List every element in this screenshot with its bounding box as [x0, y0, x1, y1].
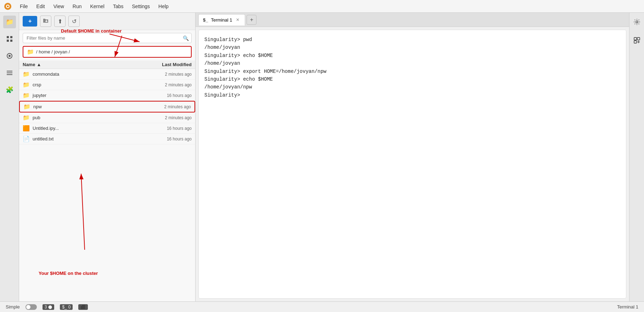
column-name[interactable]: Name ▲	[23, 62, 139, 67]
search-input[interactable]	[23, 33, 192, 43]
kernel-count-badge[interactable]: 3 ⬤	[43, 304, 55, 310]
list-item[interactable]: 🟧 Untitled.ipy... 16 hours ago	[19, 123, 195, 134]
terminal-count: 0	[68, 305, 71, 310]
svg-rect-6	[10, 40, 12, 42]
svg-point-18	[636, 21, 638, 23]
terminal-icon: $_	[203, 17, 208, 23]
file-name: npw	[33, 104, 145, 109]
sidebar-item-running[interactable]	[3, 50, 16, 62]
toggle-track[interactable]	[26, 304, 37, 310]
settings-gear-icon[interactable]	[631, 16, 643, 28]
svg-rect-13	[45, 21, 47, 22]
notebook-icon: 🟧	[23, 125, 30, 132]
list-item[interactable]: 📁 commondata 2 minutes ago	[19, 69, 195, 80]
file-name: jupyter	[33, 93, 146, 98]
cpu-badge[interactable]: ⬛	[78, 304, 88, 310]
list-item[interactable]: 📁 jupyter 16 hours ago	[19, 90, 195, 101]
kernel-count: 3	[45, 305, 47, 310]
file-list-header: Name ▲ Last Modified	[19, 60, 195, 69]
file-name: untitled.txt	[33, 136, 146, 141]
svg-rect-4	[10, 36, 12, 38]
svg-rect-19	[634, 37, 637, 40]
file-name: crsp	[33, 82, 146, 87]
folder-icon: 📁	[23, 103, 30, 110]
column-modified[interactable]: Last Modified	[139, 62, 192, 67]
menu-view[interactable]: View	[49, 2, 68, 11]
sort-icon: ▲	[36, 62, 41, 67]
new-tab-button[interactable]: +	[247, 15, 256, 25]
list-item-npw[interactable]: 📁 npw 2 minutes ago	[19, 101, 195, 112]
upload-button[interactable]: ⬆	[54, 16, 66, 27]
terminal-tabs: $_ Terminal 1 ✕ +	[196, 13, 629, 27]
cpu-icon: ⬛	[80, 305, 86, 310]
file-modified: 16 hours ago	[146, 93, 192, 98]
menu-run[interactable]: Run	[68, 2, 86, 11]
path-bar[interactable]: 📁 / home / jovyan /	[23, 46, 192, 58]
sidebar-item-extensions[interactable]: 🧩	[3, 83, 16, 96]
plus-icon: +	[28, 18, 32, 24]
main-layout: 📁 🧩 +	[0, 13, 644, 301]
svg-rect-20	[637, 37, 640, 40]
file-name: pub	[33, 115, 146, 120]
svg-point-8	[9, 55, 11, 57]
mode-label: Simple	[6, 304, 20, 310]
terminal-tab-1[interactable]: $_ Terminal 1 ✕	[198, 14, 245, 25]
terminal-count-badge[interactable]: $_ 0	[60, 304, 73, 310]
list-item[interactable]: 📄 untitled.txt 16 hours ago	[19, 134, 195, 144]
new-launcher-button[interactable]: +	[23, 16, 37, 27]
folder-icon: 📁	[23, 114, 30, 121]
refresh-button[interactable]: ↺	[68, 16, 80, 27]
menu-tabs[interactable]: Tabs	[109, 2, 128, 11]
search-icon: 🔍	[183, 35, 189, 41]
menu-file[interactable]: File	[16, 2, 32, 11]
text-file-icon: 📄	[23, 135, 30, 142]
file-modified: 2 minutes ago	[146, 82, 192, 87]
right-sidebar	[629, 13, 644, 301]
folder-plus-icon	[43, 18, 49, 25]
svg-rect-9	[7, 71, 12, 71]
file-modified: 16 hours ago	[146, 137, 192, 141]
folder-icon: 📁	[23, 92, 30, 99]
menu-help[interactable]: Help	[154, 2, 173, 11]
svg-rect-21	[634, 41, 637, 43]
menu-settings[interactable]: Settings	[128, 2, 154, 11]
terminal-content[interactable]: Singularity> pwd /home/jovyan Singularit…	[198, 30, 626, 299]
new-folder-button[interactable]	[40, 16, 51, 27]
list-item[interactable]: 📁 pub 2 minutes ago	[19, 112, 195, 123]
upload-icon: ⬆	[58, 18, 62, 25]
file-name: commondata	[33, 71, 146, 77]
app-logo	[1, 0, 14, 13]
statusbar: Simple 3 ⬤ $_ 0 ⬛ Terminal 1	[0, 301, 644, 312]
sidebar-item-grid[interactable]	[3, 33, 16, 45]
path-bar-text: / home / jovyan /	[36, 49, 70, 54]
menu-kernel[interactable]: Kernel	[86, 2, 108, 11]
terminal-close-button[interactable]: ✕	[235, 17, 241, 23]
terminal-status-icon: $_	[62, 305, 67, 310]
mode-toggle[interactable]	[26, 304, 37, 310]
extension-settings-icon[interactable]	[631, 34, 643, 47]
file-toolbar: + ⬆ ↺	[19, 13, 195, 30]
folder-icon: 📁	[23, 71, 30, 77]
file-modified: 2 minutes ago	[145, 104, 191, 109]
menu-edit[interactable]: Edit	[32, 2, 49, 11]
file-modified: 16 hours ago	[146, 126, 192, 131]
folder-icon: 📁	[23, 81, 30, 88]
sidebar-item-files[interactable]: 📁	[3, 16, 16, 28]
svg-rect-10	[7, 73, 12, 73]
list-item[interactable]: 📁 crsp 2 minutes ago	[19, 80, 195, 90]
file-modified: 2 minutes ago	[146, 72, 192, 77]
file-panel: + ⬆ ↺ Default $HOME in container	[19, 13, 196, 301]
sidebar-item-commands[interactable]	[3, 67, 16, 79]
menubar: File Edit View Run Kernel Tabs Settings …	[0, 0, 644, 13]
terminal-panel: $_ Terminal 1 ✕ + Singularity> pwd /home…	[196, 13, 629, 301]
svg-point-2	[7, 5, 9, 7]
statusbar-right-label: Terminal 1	[617, 304, 638, 310]
left-sidebar: 📁 🧩	[0, 13, 19, 301]
refresh-icon: ↺	[72, 18, 77, 25]
svg-rect-5	[7, 40, 9, 42]
svg-rect-11	[7, 74, 12, 75]
path-folder-icon: 📁	[27, 48, 34, 55]
kernel-icon: ⬤	[48, 305, 52, 309]
search-bar: 🔍	[23, 33, 192, 43]
terminal-tab-label: Terminal 1	[211, 17, 232, 23]
